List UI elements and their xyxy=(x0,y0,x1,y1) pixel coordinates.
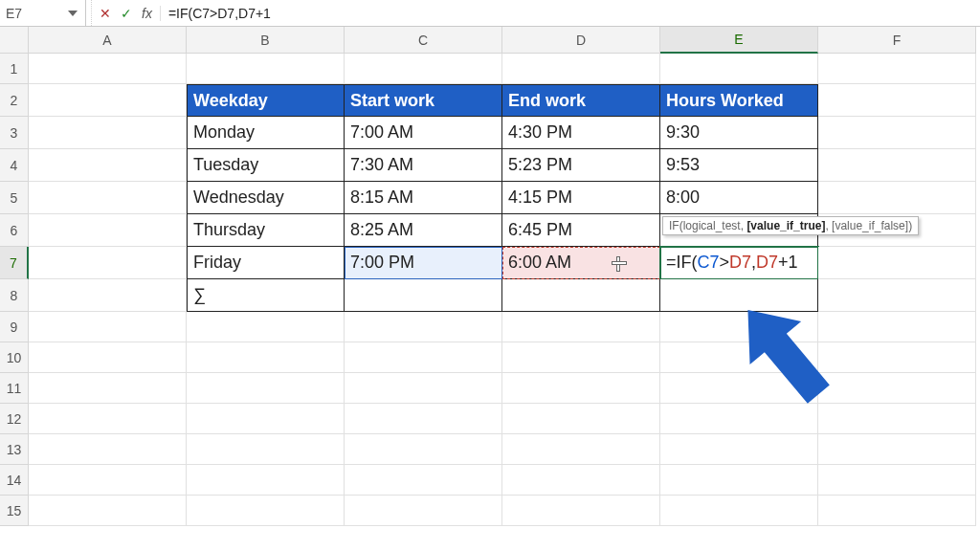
row-header-7[interactable]: 7 xyxy=(0,247,29,279)
col-header-E[interactable]: E xyxy=(660,27,818,54)
cell-F14[interactable] xyxy=(818,465,976,496)
cell-F3[interactable] xyxy=(818,117,976,149)
cell-C12[interactable] xyxy=(345,404,502,434)
cell-C11[interactable] xyxy=(345,373,502,404)
cell-D5[interactable]: 4:15 PM xyxy=(502,182,660,214)
cell-B4[interactable]: Tuesday xyxy=(187,149,345,182)
row-header-11[interactable]: 11 xyxy=(0,373,29,404)
col-header-B[interactable]: B xyxy=(187,27,345,54)
cell-B2[interactable]: Weekday xyxy=(187,84,345,117)
cell-C5[interactable]: 8:15 AM xyxy=(345,182,502,214)
cell-A12[interactable] xyxy=(29,404,187,434)
cell-C13[interactable] xyxy=(345,434,502,465)
cell-B14[interactable] xyxy=(187,465,345,496)
cell-A7[interactable] xyxy=(29,247,187,279)
cell-F2[interactable] xyxy=(818,84,976,117)
row-header-5[interactable]: 5 xyxy=(0,182,29,214)
cell-A11[interactable] xyxy=(29,373,187,404)
cell-B9[interactable] xyxy=(187,312,345,342)
cell-F11[interactable] xyxy=(818,373,976,404)
row-header-10[interactable]: 10 xyxy=(0,342,29,373)
cancel-icon[interactable]: ✕ xyxy=(100,6,111,21)
cell-B10[interactable] xyxy=(187,342,345,373)
name-box[interactable]: E7 xyxy=(0,0,86,26)
row-header-8[interactable]: 8 xyxy=(0,279,29,312)
cell-C9[interactable] xyxy=(345,312,502,342)
cell-F7[interactable] xyxy=(818,247,976,279)
select-all-corner[interactable] xyxy=(0,27,29,54)
spreadsheet-grid[interactable]: ABCDEF12WeekdayStart workEnd workHours W… xyxy=(0,27,980,526)
cell-E8[interactable] xyxy=(660,279,818,312)
cell-C10[interactable] xyxy=(345,342,502,373)
cell-B12[interactable] xyxy=(187,404,345,434)
cell-C1[interactable] xyxy=(345,54,502,84)
row-header-4[interactable]: 4 xyxy=(0,149,29,182)
cell-B15[interactable] xyxy=(187,496,345,526)
row-header-14[interactable]: 14 xyxy=(0,465,29,496)
cell-E7[interactable]: =IF(C7>D7,D7+1 xyxy=(660,247,818,279)
cell-A8[interactable] xyxy=(29,279,187,312)
cell-F1[interactable] xyxy=(818,54,976,84)
cell-F4[interactable] xyxy=(818,149,976,182)
cell-D9[interactable] xyxy=(502,312,660,342)
cell-B8[interactable]: ∑ xyxy=(187,279,345,312)
cell-F13[interactable] xyxy=(818,434,976,465)
cell-A6[interactable] xyxy=(29,214,187,247)
cell-B6[interactable]: Thursday xyxy=(187,214,345,247)
name-box-dropdown-icon[interactable] xyxy=(66,7,79,20)
accept-icon[interactable]: ✓ xyxy=(121,6,132,21)
cell-D4[interactable]: 5:23 PM xyxy=(502,149,660,182)
cell-D3[interactable]: 4:30 PM xyxy=(502,117,660,149)
col-header-D[interactable]: D xyxy=(502,27,660,54)
cell-D7[interactable]: 6:00 AM xyxy=(502,247,660,279)
cell-E4[interactable]: 9:53 xyxy=(660,149,818,182)
cell-A10[interactable] xyxy=(29,342,187,373)
cell-B1[interactable] xyxy=(187,54,345,84)
formula-input[interactable]: =IF(C7>D7,D7+1 xyxy=(161,0,980,26)
cell-A5[interactable] xyxy=(29,182,187,214)
row-header-13[interactable]: 13 xyxy=(0,434,29,465)
cell-A3[interactable] xyxy=(29,117,187,149)
cell-E9[interactable] xyxy=(660,312,818,342)
cell-A15[interactable] xyxy=(29,496,187,526)
cell-F10[interactable] xyxy=(818,342,976,373)
cell-E13[interactable] xyxy=(660,434,818,465)
cell-B11[interactable] xyxy=(187,373,345,404)
cell-A13[interactable] xyxy=(29,434,187,465)
cell-E12[interactable] xyxy=(660,404,818,434)
editing-formula[interactable]: =IF(C7>D7,D7+1 xyxy=(666,253,798,273)
cell-D10[interactable] xyxy=(502,342,660,373)
cell-B13[interactable] xyxy=(187,434,345,465)
cell-F8[interactable] xyxy=(818,279,976,312)
cell-E11[interactable] xyxy=(660,373,818,404)
cell-D15[interactable] xyxy=(502,496,660,526)
cell-D11[interactable] xyxy=(502,373,660,404)
cell-E14[interactable] xyxy=(660,465,818,496)
cell-D12[interactable] xyxy=(502,404,660,434)
cell-D13[interactable] xyxy=(502,434,660,465)
cell-C7[interactable]: 7:00 PM xyxy=(345,247,502,279)
cell-C4[interactable]: 7:30 AM xyxy=(345,149,502,182)
row-header-2[interactable]: 2 xyxy=(0,84,29,117)
fx-icon[interactable]: fx xyxy=(142,6,152,21)
col-header-F[interactable]: F xyxy=(818,27,976,54)
cell-D6[interactable]: 6:45 PM xyxy=(502,214,660,247)
cell-A2[interactable] xyxy=(29,84,187,117)
cell-B7[interactable]: Friday xyxy=(187,247,345,279)
cell-C8[interactable] xyxy=(345,279,502,312)
cell-D14[interactable] xyxy=(502,465,660,496)
cell-D8[interactable] xyxy=(502,279,660,312)
cell-E5[interactable]: 8:00 xyxy=(660,182,818,214)
cell-A14[interactable] xyxy=(29,465,187,496)
row-header-15[interactable]: 15 xyxy=(0,496,29,526)
cell-F12[interactable] xyxy=(818,404,976,434)
col-header-C[interactable]: C xyxy=(345,27,502,54)
row-header-1[interactable]: 1 xyxy=(0,54,29,84)
cell-E2[interactable]: Hours Worked xyxy=(660,84,818,117)
cell-E15[interactable] xyxy=(660,496,818,526)
cell-B3[interactable]: Monday xyxy=(187,117,345,149)
cell-A9[interactable] xyxy=(29,312,187,342)
cell-B5[interactable]: Wednesday xyxy=(187,182,345,214)
cell-F15[interactable] xyxy=(818,496,976,526)
cell-A4[interactable] xyxy=(29,149,187,182)
